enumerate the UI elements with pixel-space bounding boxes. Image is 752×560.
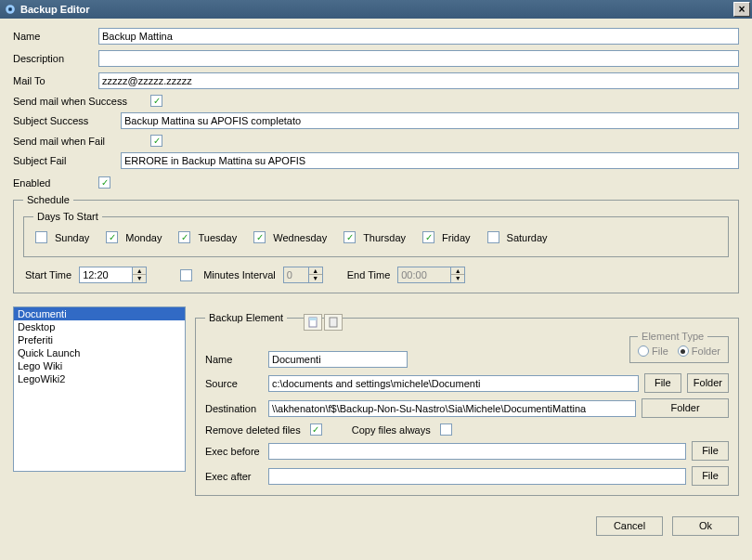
- exec-after-label: Exec after: [205, 471, 263, 482]
- copy-always-label: Copy files always: [352, 424, 431, 436]
- copy-always-checkbox[interactable]: [440, 423, 452, 436]
- element-name-label: Name: [205, 354, 263, 365]
- mailto-input[interactable]: zzzzz@zzzzz.zzzzz: [98, 72, 739, 89]
- day-label-sunday: Sunday: [55, 232, 89, 243]
- source-input[interactable]: c:\documents and settings\michele\Docume…: [268, 375, 639, 392]
- subject-fail-label: Subject Fail: [13, 155, 121, 166]
- backup-element-group: Backup Element Element Type File Folder …: [195, 312, 739, 496]
- type-file-radio[interactable]: [638, 345, 649, 357]
- backup-element-legend: Backup Element: [205, 312, 287, 323]
- title-bar: Backup Editor ×: [0, 0, 752, 19]
- ok-button[interactable]: Ok: [672, 516, 739, 536]
- day-label-tuesday: Tuesday: [198, 232, 237, 243]
- cancel-button[interactable]: Cancel: [596, 516, 663, 536]
- exec-before-input[interactable]: [268, 443, 686, 460]
- start-time-input[interactable]: 12:20: [79, 267, 133, 283]
- new-element-button[interactable]: [304, 314, 322, 331]
- end-time-spinner: ▲▼: [451, 267, 465, 283]
- element-type-legend: Element Type: [638, 331, 707, 342]
- mailto-label: Mail To: [13, 75, 98, 86]
- close-button[interactable]: ×: [733, 2, 750, 17]
- day-checkbox-wednesday[interactable]: [253, 231, 266, 243]
- name-input[interactable]: Backup Mattina: [98, 28, 739, 45]
- source-folder-button[interactable]: Folder: [687, 373, 729, 393]
- day-label-saturday: Saturday: [507, 232, 548, 243]
- day-label-monday: Monday: [125, 232, 162, 243]
- send-fail-checkbox[interactable]: [150, 135, 162, 147]
- day-label-wednesday: Wednesday: [273, 232, 327, 243]
- day-checkbox-saturday[interactable]: [487, 231, 499, 243]
- element-type-group: Element Type File Folder: [629, 331, 729, 363]
- delete-element-button[interactable]: [324, 314, 343, 331]
- list-item[interactable]: Preferiti: [14, 333, 185, 346]
- svg-rect-4: [330, 318, 337, 327]
- send-success-label: Send mail when Success: [13, 96, 150, 107]
- exec-before-file-button[interactable]: File: [692, 441, 729, 461]
- svg-point-1: [9, 8, 12, 11]
- day-checkbox-sunday[interactable]: [35, 231, 47, 243]
- remove-deleted-label: Remove deleted files: [205, 424, 301, 436]
- source-file-button[interactable]: File: [644, 373, 681, 393]
- svg-rect-3: [309, 318, 317, 320]
- send-success-checkbox[interactable]: [150, 95, 162, 107]
- exec-after-file-button[interactable]: File: [692, 466, 729, 486]
- type-folder-label: Folder: [692, 345, 720, 357]
- destination-label: Destination: [205, 403, 263, 414]
- element-name-input[interactable]: Documenti: [268, 351, 408, 368]
- enabled-label: Enabled: [13, 177, 98, 189]
- day-label-thursday: Thursday: [363, 232, 406, 243]
- send-fail-label: Send mail when Fail: [13, 136, 150, 147]
- list-item[interactable]: Desktop: [14, 320, 185, 333]
- day-checkbox-tuesday[interactable]: [178, 231, 190, 243]
- list-item[interactable]: LegoWiki2: [14, 372, 185, 385]
- destination-input[interactable]: \\akhenaton\f$\Backup-Non-Su-Nastro\Sia\…: [268, 400, 636, 417]
- gear-icon: [4, 3, 17, 16]
- type-file-label: File: [652, 345, 668, 357]
- source-label: Source: [205, 378, 263, 389]
- remove-deleted-checkbox[interactable]: [310, 423, 322, 436]
- list-item[interactable]: Lego Wiki: [14, 359, 185, 372]
- day-checkbox-friday[interactable]: [422, 231, 434, 243]
- schedule-group: Schedule Days To Start SundayMondayTuesd…: [13, 194, 739, 293]
- delete-icon: [328, 317, 339, 328]
- list-item[interactable]: Quick Launch: [14, 346, 185, 359]
- window-title: Backup Editor: [20, 4, 733, 15]
- elements-listbox[interactable]: DocumentiDesktopPreferitiQuick LaunchLeg…: [13, 306, 186, 472]
- start-time-label: Start Time: [25, 269, 71, 280]
- end-time-input: 00:00: [397, 267, 451, 283]
- description-label: Description: [13, 53, 98, 64]
- enabled-checkbox[interactable]: [98, 176, 110, 189]
- start-time-spinner[interactable]: ▲▼: [133, 267, 147, 283]
- list-item[interactable]: Documenti: [14, 307, 185, 320]
- name-label: Name: [13, 31, 98, 42]
- schedule-legend: Schedule: [23, 194, 73, 205]
- minutes-interval-checkbox[interactable]: [180, 269, 192, 281]
- description-input[interactable]: [98, 50, 739, 67]
- subject-success-label: Subject Success: [13, 115, 121, 126]
- day-checkbox-monday[interactable]: [106, 231, 118, 243]
- minutes-interval-label: Minutes Interval: [203, 269, 276, 280]
- subject-success-input[interactable]: Backup Mattina su APOFIS completato: [121, 112, 739, 129]
- days-legend: Days To Start: [33, 211, 102, 222]
- document-icon: [307, 317, 318, 328]
- exec-before-label: Exec before: [205, 446, 263, 457]
- destination-folder-button[interactable]: Folder: [642, 398, 729, 418]
- day-label-friday: Friday: [442, 232, 471, 243]
- end-time-label: End Time: [347, 269, 390, 280]
- days-group: Days To Start SundayMondayTuesdayWednesd…: [23, 211, 729, 257]
- minutes-interval-input: 0: [283, 267, 309, 283]
- subject-fail-input[interactable]: ERRORE in Backup Mattina su APOFIS: [121, 152, 739, 169]
- type-folder-radio[interactable]: [678, 345, 689, 357]
- exec-after-input[interactable]: [268, 468, 686, 485]
- day-checkbox-thursday[interactable]: [344, 231, 356, 243]
- minutes-interval-spinner: ▲▼: [309, 267, 323, 283]
